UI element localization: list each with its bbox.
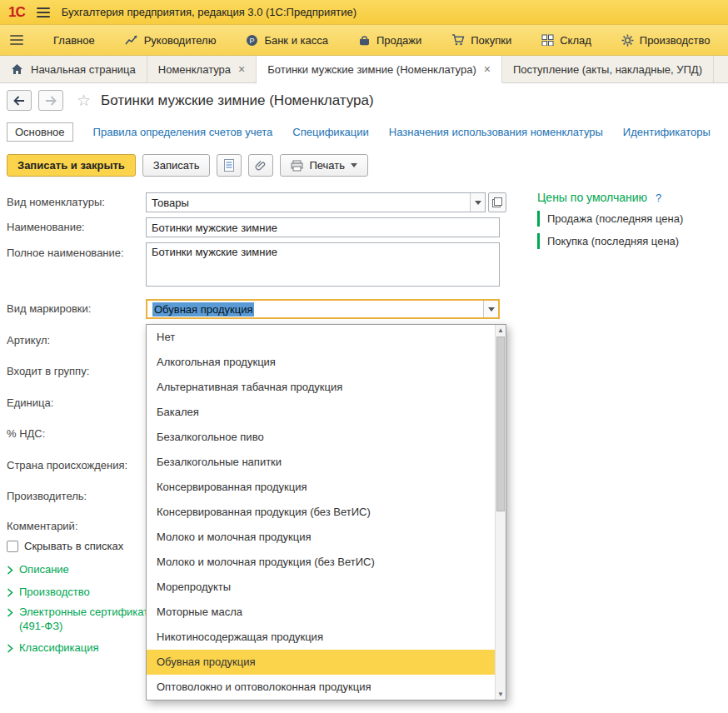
tab-item-card[interactable]: Ботинки мужские зимние (Номенклатура) ×: [257, 56, 502, 83]
dropdown-option[interactable]: Альтернативная табачная продукция: [147, 375, 495, 400]
dropdown-option[interactable]: Консервированная продукция: [147, 475, 495, 500]
ribbon-item-purchases[interactable]: Покупки: [451, 34, 511, 47]
document-icon: [224, 159, 234, 172]
dropdown-scrollbar[interactable]: ▲ ▼: [495, 325, 506, 700]
dropdown-option-selected[interactable]: Обувная продукция: [147, 650, 495, 675]
close-icon[interactable]: ×: [484, 63, 491, 75]
ruble-coin-icon: Р: [246, 34, 258, 47]
chevron-right-icon: [7, 565, 13, 577]
tab-label: Номенклатура: [158, 63, 231, 76]
ribbon-label: Продажи: [376, 34, 421, 47]
dropdown-option[interactable]: Нет: [147, 325, 495, 350]
save-and-close-button[interactable]: Записать и закрыть: [7, 154, 136, 177]
article-label: Артикул:: [7, 331, 144, 351]
chart-icon: [125, 34, 138, 46]
ribbon-label: Главное: [53, 34, 95, 47]
page-title: Ботинки мужские зимние (Номенклатура): [101, 92, 374, 109]
purse-icon: [358, 35, 371, 46]
scroll-down-icon[interactable]: ▼: [496, 689, 506, 700]
tab-home[interactable]: Начальная страница: [0, 56, 147, 82]
hide-in-lists-checkbox[interactable]: Скрывать в списках: [7, 540, 123, 552]
ribbon-label: Покупки: [471, 34, 511, 47]
save-button[interactable]: Записать: [142, 154, 211, 177]
dropdown-option[interactable]: Безалкогольные напитки: [147, 450, 495, 475]
nav-link-identifiers[interactable]: Идентификаторы: [623, 126, 711, 138]
attachments-button[interactable]: [248, 154, 273, 177]
group-description[interactable]: Описание: [7, 562, 165, 577]
dropdown-option[interactable]: Моторные масла: [147, 600, 495, 625]
ribbon-item-sales[interactable]: Продажи: [358, 34, 421, 47]
nomenclature-kind-combo[interactable]: Товары: [146, 192, 486, 212]
open-choice-form-button[interactable]: [488, 192, 506, 212]
group-classification[interactable]: Классификация: [7, 641, 165, 656]
paperclip-icon: [255, 160, 267, 172]
origin-country-label: Страна происхождения:: [7, 456, 144, 476]
favorite-star-icon[interactable]: ☆: [77, 91, 91, 110]
dropdown-option[interactable]: Алкогольная продукция: [147, 350, 495, 375]
marking-kind-combo[interactable]: Обувная продукция: [146, 299, 500, 319]
default-prices-title: Цены по умолчанию: [537, 191, 647, 204]
comment-label: Комментарий:: [7, 516, 144, 536]
combo-value: Товары: [152, 197, 189, 209]
group-label: Классификация: [19, 641, 165, 655]
unit-label: Единица:: [7, 393, 144, 413]
default-prices-block: Цены по умолчанию ? Продажа (последняя ц…: [537, 191, 726, 249]
dropdown-option[interactable]: Молоко и молочная продукция (без ВетИС): [147, 550, 495, 575]
nav-link-account-rules[interactable]: Правила определения счетов учета: [93, 126, 273, 138]
sale-price-item[interactable]: Продажа (последняя цена): [537, 211, 726, 227]
ribbon-item-main[interactable]: Главное: [53, 34, 95, 47]
main-menu-icon[interactable]: [37, 7, 50, 17]
print-label: Печать: [309, 159, 345, 172]
sections-panel-icon[interactable]: [10, 35, 23, 45]
name-label: Наименование:: [7, 217, 144, 237]
ribbon-label: Склад: [560, 34, 591, 47]
open-windows-tabbar: Начальная страница Номенклатура × Ботинк…: [0, 56, 728, 83]
back-button[interactable]: [7, 90, 32, 111]
group-production[interactable]: Производство: [7, 585, 165, 600]
nomenclature-kind-row: Товары: [146, 192, 506, 212]
dropdown-option[interactable]: Бакалея: [147, 400, 495, 425]
printer-icon: [291, 160, 303, 172]
forward-button[interactable]: [38, 90, 63, 111]
name-input[interactable]: [146, 217, 500, 237]
app-window: 1С Бухгалтерия предприятия, редакция 3.0…: [0, 0, 728, 713]
purchase-price-item[interactable]: Покупка (последняя цена): [537, 233, 726, 249]
tab-label: Ботинки мужские зимние (Номенклатура): [267, 63, 476, 76]
ribbon-item-bank-cash[interactable]: Р Банк и касса: [246, 34, 328, 47]
1c-logo: 1С: [8, 4, 25, 21]
chevron-right-icon: [7, 643, 13, 656]
dropdown-option[interactable]: Молоко и молочная продукция: [147, 525, 495, 550]
nav-link-usage-purposes[interactable]: Назначения использования номенклатуры: [389, 126, 603, 138]
tab-receipts[interactable]: Поступление (акты, накладные, УПД): [502, 56, 714, 82]
close-icon[interactable]: ×: [238, 63, 245, 75]
dropdown-option[interactable]: Оптоволокно и оптоволоконная продукция: [147, 675, 495, 700]
chevron-down-icon[interactable]: [483, 301, 498, 317]
chevron-down-icon[interactable]: [470, 193, 485, 212]
ribbon-item-manager[interactable]: Руководителю: [125, 34, 217, 47]
dropdown-option[interactable]: Морепродукты: [147, 575, 495, 600]
ribbon-label: Руководителю: [144, 34, 217, 47]
full-name-label: Полное наименование:: [7, 243, 144, 263]
reports-button[interactable]: [217, 154, 242, 177]
nav-link-specifications[interactable]: Спецификации: [292, 126, 369, 138]
ribbon-item-production[interactable]: Производство: [621, 34, 711, 47]
form-area: ☆ Ботинки мужские зимние (Номенклатура) …: [0, 83, 728, 713]
group-label: Описание: [19, 562, 165, 576]
scrollbar-thumb[interactable]: [496, 337, 505, 511]
tab-nomenclature[interactable]: Номенклатура ×: [147, 56, 257, 82]
parent-group-label: Входит в группу:: [7, 361, 144, 381]
help-link[interactable]: ?: [656, 192, 661, 204]
ribbon-label: Производство: [640, 34, 711, 47]
nav-link-main[interactable]: Основное: [7, 122, 73, 142]
dropdown-option[interactable]: Безалкогольное пиво: [147, 425, 495, 450]
open-form-icon: [492, 197, 502, 207]
full-name-textarea[interactable]: Ботинки мужские зимние: [146, 242, 500, 287]
dropdown-option[interactable]: Консервированная продукция (без ВетИС): [147, 500, 495, 525]
checkbox-icon[interactable]: [7, 541, 18, 552]
scroll-up-icon[interactable]: ▲: [496, 325, 506, 336]
print-button[interactable]: Печать: [280, 154, 368, 177]
dropdown-option[interactable]: Никотиносодержащая продукция: [147, 625, 495, 650]
ribbon-item-warehouse[interactable]: Склад: [541, 34, 591, 47]
group-electronic-certificates[interactable]: Электронные сертификаты (491-ФЗ): [7, 605, 165, 633]
ribbon-label: Банк и касса: [264, 34, 328, 47]
